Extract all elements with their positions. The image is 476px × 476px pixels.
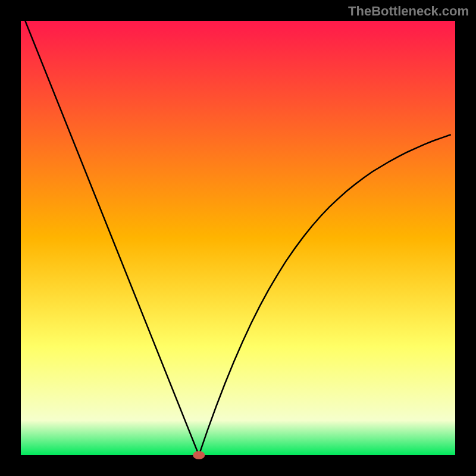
chart-background	[21, 21, 455, 455]
bottleneck-chart	[0, 0, 476, 476]
watermark-text: TheBottleneck.com	[348, 4, 469, 19]
chart-container: TheBottleneck.com	[0, 0, 476, 476]
minimum-marker	[193, 451, 205, 459]
